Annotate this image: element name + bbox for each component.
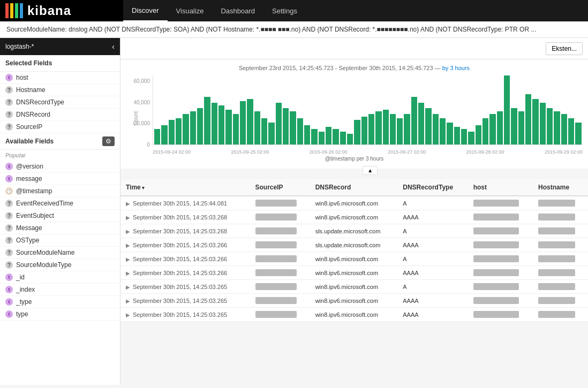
time-value: September 30th 2015, 14:25:03.265 [133, 311, 227, 318]
field-icon-type: t [5, 310, 13, 318]
chart-bar [411, 97, 417, 144]
nav-discover[interactable]: Discover [123, 0, 168, 21]
field-message[interactable]: t message [0, 173, 120, 185]
field-id[interactable]: t _id [0, 271, 120, 284]
chart-bar [247, 99, 253, 144]
chart-bar [240, 101, 246, 144]
row-expand-cell[interactable]: ▶September 30th 2015, 14:25:03.266 [120, 266, 250, 280]
chart-bar [311, 129, 317, 144]
row-expand-cell[interactable]: ▶September 30th 2015, 14:25:03.268 [120, 210, 250, 224]
table-row[interactable]: ▶September 30th 2015, 14:25:44.081■■■■■ … [120, 196, 588, 210]
selected-field-hostname[interactable]: ? Hostname [0, 84, 120, 96]
chart-bar [354, 120, 360, 144]
collapse-chart-button[interactable]: ▲ [363, 166, 378, 175]
row-expand-cell[interactable]: ▶September 30th 2015, 14:25:03.266 [120, 238, 250, 252]
chart-bar [290, 111, 296, 144]
hostname-value: ■■■■ ■■■ [533, 266, 588, 280]
table-row[interactable]: ▶September 30th 2015, 14:25:03.265■■■■■ … [120, 308, 588, 322]
dnsrecordtype-value: AAAA [397, 238, 468, 252]
selected-field-dnsrecordtype[interactable]: ? DNSRecordType [0, 96, 120, 109]
expand-icon[interactable]: ▶ [126, 256, 130, 262]
sourceip-value: ■■■■■ ■■■ [250, 252, 310, 266]
chart-bar [468, 132, 474, 144]
sidebar: logstash-* ‹ Selected Fields t host ? Ho… [0, 38, 120, 385]
field-eventreceivedtime[interactable]: ? EventReceivedTime [0, 197, 120, 210]
time-value: September 30th 2015, 14:25:03.266 [133, 256, 227, 262]
results-table: Time SourceIP DNSRecord DNSRecordType ho… [120, 179, 588, 322]
field-sourcemodulename[interactable]: ? SourceModuleName [0, 247, 120, 259]
time-value: September 30th 2015, 14:25:03.266 [133, 270, 227, 276]
row-expand-cell[interactable]: ▶September 30th 2015, 14:25:03.265 [120, 280, 250, 294]
sidebar-header: logstash-* ‹ [0, 38, 120, 55]
th-host[interactable]: host [468, 179, 533, 196]
chart-bar [476, 125, 481, 144]
field-icon-ostype: ? [5, 237, 13, 244]
field-type-icon-dnsrecordtype: ? [5, 98, 13, 106]
table-row[interactable]: ▶September 30th 2015, 14:25:03.265■■■■■ … [120, 294, 588, 308]
hostname-value: ■■■■ ■■■ [533, 252, 588, 266]
dnsrecord-value: win8.ipv6.microsoft.com [310, 280, 398, 294]
nav-settings[interactable]: Settings [263, 0, 306, 21]
chart-bar [319, 132, 325, 144]
row-expand-cell[interactable]: ▶September 30th 2015, 14:25:44.081 [120, 196, 250, 210]
field-messagefield[interactable]: ? Message [0, 222, 120, 234]
expand-icon[interactable]: ▶ [126, 242, 130, 248]
th-dnsrecordtype[interactable]: DNSRecordType [397, 179, 468, 196]
fields-settings-button[interactable]: ⚙ [102, 136, 115, 146]
host-redacted: ■■■■■■ ■■■ [473, 269, 519, 276]
table-row[interactable]: ▶September 30th 2015, 14:25:03.266■■■■■ … [120, 238, 588, 252]
nav-dashboard[interactable]: Dashboard [212, 0, 263, 21]
table-row[interactable]: ▶September 30th 2015, 14:25:03.268■■■■■ … [120, 210, 588, 224]
selected-field-sourceip[interactable]: ? SourceIP [0, 121, 120, 133]
field-label-message: message [16, 175, 42, 182]
field-eventsubject[interactable]: ? EventSubject [0, 210, 120, 222]
expand-icon[interactable]: ▶ [126, 229, 130, 234]
expand-icon[interactable]: ▶ [126, 284, 130, 290]
chart-bar [561, 114, 567, 144]
expand-icon[interactable]: ▶ [126, 298, 130, 304]
content-header: Eksten... [120, 38, 588, 59]
dnsrecordtype-value: AAAA [397, 308, 468, 322]
expand-icon[interactable]: ▶ [126, 215, 130, 220]
host-value: ■■■■■■ ■■■ [468, 238, 533, 252]
chart-bar [212, 103, 217, 144]
field-ostype[interactable]: ? OSType [0, 234, 120, 247]
eksten-button[interactable]: Eksten... [546, 42, 583, 55]
row-expand-cell[interactable]: ▶September 30th 2015, 14:25:03.265 [120, 308, 250, 322]
th-sourceip[interactable]: SourceIP [250, 179, 310, 196]
table-row[interactable]: ▶September 30th 2015, 14:25:03.265■■■■■ … [120, 280, 588, 294]
selected-field-dnsrecord[interactable]: ? DNSRecord [0, 109, 120, 121]
field-name-sourceip: SourceIP [16, 123, 42, 131]
query-bar[interactable]: SourceModuleName: dnslog AND (NOT DNSRec… [0, 21, 588, 38]
table-row[interactable]: ▶September 30th 2015, 14:25:03.266■■■■■ … [120, 252, 588, 266]
chart-bar [433, 114, 439, 144]
chart-bar [233, 114, 239, 144]
by-hours-link[interactable]: by 3 hours [442, 65, 470, 71]
table-row[interactable]: ▶September 30th 2015, 14:25:03.266■■■■■ … [120, 266, 588, 280]
field-label-sourcemoduletype: SourceModuleType [16, 261, 71, 269]
expand-icon[interactable]: ▶ [126, 201, 130, 207]
chart-bar [333, 129, 338, 144]
row-expand-cell[interactable]: ▶September 30th 2015, 14:25:03.265 [120, 294, 250, 308]
expand-icon[interactable]: ▶ [126, 270, 130, 276]
field-type[interactable]: t type [0, 308, 120, 321]
field-sourcemoduletype[interactable]: ? SourceModuleType [0, 259, 120, 271]
th-hostname[interactable]: Hostname [533, 179, 588, 196]
chart-date-range: September 23rd 2015, 14:25:45.723 - Sept… [126, 65, 583, 71]
logo-bar-red [5, 3, 9, 18]
table-row[interactable]: ▶September 30th 2015, 14:25:03.268■■■■■ … [120, 224, 588, 238]
row-expand-cell[interactable]: ▶September 30th 2015, 14:25:03.266 [120, 252, 250, 266]
chart-bar [511, 108, 517, 144]
expand-icon[interactable]: ▶ [126, 312, 130, 318]
host-redacted: ■■■■■■ ■■■ [473, 283, 519, 290]
th-dnsrecord[interactable]: DNSRecord [310, 179, 398, 196]
field-timestamp[interactable]: 🕐 @timestamp [0, 185, 120, 197]
sidebar-collapse-button[interactable]: ‹ [112, 42, 115, 51]
selected-field-host[interactable]: t host [0, 72, 120, 84]
row-expand-cell[interactable]: ▶September 30th 2015, 14:25:03.268 [120, 224, 250, 238]
field-type-sys[interactable]: t _type [0, 296, 120, 308]
field-version[interactable]: t @version [0, 161, 120, 173]
th-time[interactable]: Time [120, 179, 250, 196]
nav-visualize[interactable]: Visualize [168, 0, 213, 21]
field-index[interactable]: t _index [0, 284, 120, 296]
